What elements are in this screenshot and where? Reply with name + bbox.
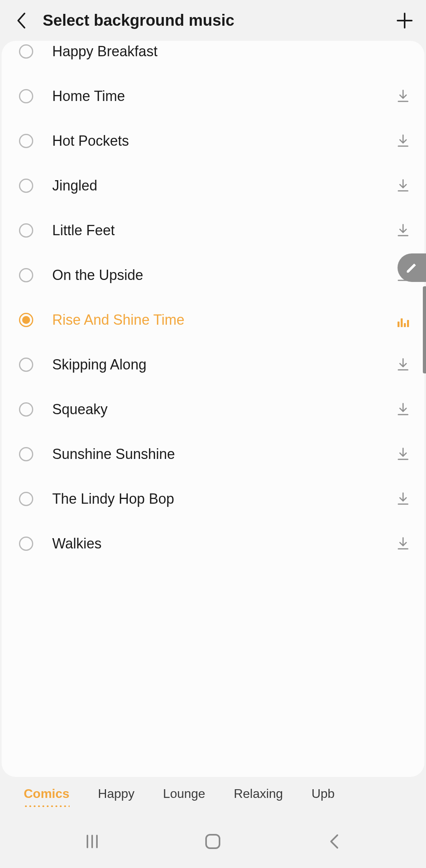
back-button[interactable] <box>12 11 31 30</box>
radio-dot <box>22 316 30 324</box>
home-button[interactable] <box>197 826 229 857</box>
download-icon[interactable] <box>396 447 410 461</box>
download-icon[interactable] <box>396 134 410 148</box>
track-row[interactable]: Jingled <box>2 163 424 208</box>
track-row[interactable]: Walkies <box>2 521 424 566</box>
radio-button[interactable] <box>19 268 33 282</box>
track-label: Skipping Along <box>52 356 396 373</box>
track-label: Sunshine Sunshine <box>52 446 396 463</box>
plus-icon <box>396 12 413 29</box>
track-label: The Lindy Hop Bop <box>52 491 396 507</box>
add-button[interactable] <box>395 11 414 30</box>
back-icon <box>16 12 27 29</box>
track-label: Rise And Shine Time <box>52 312 396 328</box>
recents-button[interactable] <box>76 826 108 857</box>
radio-button[interactable] <box>19 134 33 148</box>
download-icon[interactable] <box>396 492 410 506</box>
category-tabs: ComicsHappyLoungeRelaxingUpb <box>0 777 426 815</box>
download-icon[interactable] <box>396 179 410 193</box>
nav-back-button[interactable] <box>318 826 350 857</box>
track-label: Hot Pockets <box>52 133 396 149</box>
category-tab[interactable]: Happy <box>98 786 135 806</box>
track-label: Little Feet <box>52 222 396 239</box>
radio-button[interactable] <box>19 89 33 103</box>
radio-button[interactable] <box>19 223 33 238</box>
download-icon[interactable] <box>396 358 410 372</box>
list-card: Happy BreakfastHome TimeHot PocketsJingl… <box>2 41 424 777</box>
home-icon <box>204 833 221 850</box>
svg-rect-3 <box>206 835 220 848</box>
track-row[interactable]: Squeaky <box>2 387 424 432</box>
track-label: On the Upside <box>52 267 396 284</box>
track-row[interactable]: Home Time <box>2 74 424 118</box>
content: Happy BreakfastHome TimeHot PocketsJingl… <box>0 41 426 777</box>
radio-button[interactable] <box>19 492 33 506</box>
download-icon[interactable] <box>396 402 410 417</box>
track-label: Jingled <box>52 177 396 194</box>
track-label: Walkies <box>52 535 396 552</box>
nav-back-icon <box>329 834 339 849</box>
equalizer-icon <box>396 313 410 327</box>
scroll-indicator[interactable] <box>423 286 426 373</box>
download-icon[interactable] <box>396 89 410 103</box>
category-tab[interactable]: Comics <box>24 786 70 806</box>
track-row[interactable]: Hot Pockets <box>2 118 424 163</box>
pencil-icon <box>405 261 418 274</box>
track-row[interactable]: On the Upside <box>2 253 424 297</box>
radio-button[interactable] <box>19 313 33 327</box>
track-row[interactable]: Little Feet <box>2 208 424 253</box>
radio-button[interactable] <box>19 358 33 372</box>
header: Select background music <box>0 0 426 41</box>
radio-button[interactable] <box>19 44 33 59</box>
radio-button[interactable] <box>19 179 33 193</box>
radio-button[interactable] <box>19 537 33 551</box>
category-tab[interactable]: Relaxing <box>234 786 283 806</box>
system-navbar <box>0 815 426 868</box>
radio-button[interactable] <box>19 447 33 461</box>
download-icon[interactable] <box>396 223 410 238</box>
edit-fab[interactable] <box>398 253 426 282</box>
track-row[interactable]: Sunshine Sunshine <box>2 432 424 476</box>
track-label: Happy Breakfast <box>52 43 410 60</box>
track-row[interactable]: Rise And Shine Time <box>2 297 424 342</box>
page-title: Select background music <box>43 11 395 29</box>
radio-button[interactable] <box>19 402 33 417</box>
category-tab[interactable]: Upb <box>311 786 335 806</box>
category-tab[interactable]: Lounge <box>163 786 205 806</box>
track-row[interactable]: Skipping Along <box>2 342 424 387</box>
track-row[interactable]: Happy Breakfast <box>2 41 424 74</box>
track-label: Squeaky <box>52 401 396 418</box>
track-list[interactable]: Happy BreakfastHome TimeHot PocketsJingl… <box>2 41 424 566</box>
track-label: Home Time <box>52 88 396 105</box>
track-row[interactable]: The Lindy Hop Bop <box>2 476 424 521</box>
recents-icon <box>85 834 99 849</box>
download-icon[interactable] <box>396 537 410 551</box>
